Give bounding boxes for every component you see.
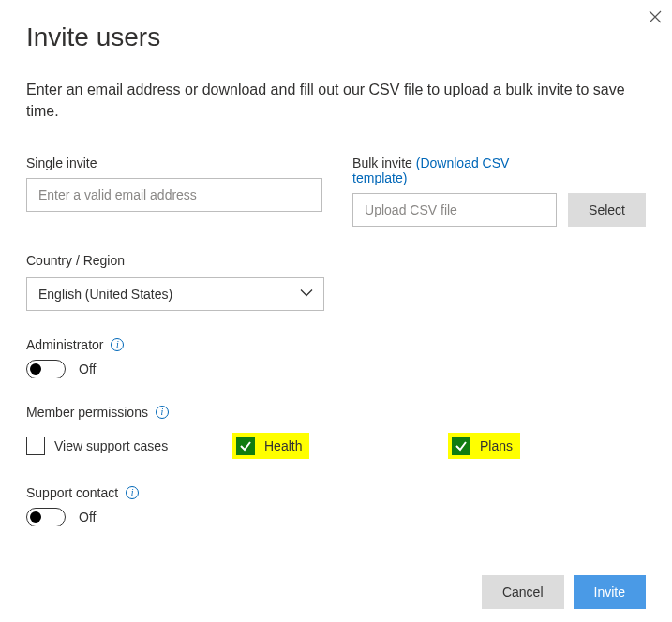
administrator-state: Off bbox=[79, 362, 96, 377]
support-contact-label: Support contact bbox=[26, 485, 118, 500]
bulk-invite-label-text: Bulk invite bbox=[352, 156, 416, 170]
administrator-toggle[interactable] bbox=[26, 360, 66, 378]
info-icon[interactable]: i bbox=[111, 338, 124, 351]
checkbox-unchecked-icon[interactable] bbox=[26, 437, 45, 455]
checkbox-checked-icon[interactable] bbox=[236, 437, 255, 455]
info-icon[interactable]: i bbox=[156, 406, 169, 419]
chevron-down-icon bbox=[299, 286, 314, 304]
checkbox-checked-icon[interactable] bbox=[452, 437, 470, 455]
close-button[interactable] bbox=[644, 6, 666, 28]
single-invite-input[interactable] bbox=[26, 178, 322, 212]
perm-label: View support cases bbox=[54, 438, 168, 453]
perm-plans[interactable]: Plans bbox=[448, 433, 520, 459]
support-contact-toggle[interactable] bbox=[26, 508, 66, 526]
perm-label: Plans bbox=[480, 438, 513, 453]
select-file-button[interactable]: Select bbox=[568, 193, 646, 227]
country-select[interactable]: English (United States) bbox=[26, 277, 324, 311]
close-icon bbox=[649, 10, 662, 23]
permissions-label: Member permissions bbox=[26, 405, 148, 420]
country-label: Country / Region bbox=[26, 253, 646, 268]
administrator-label: Administrator bbox=[26, 337, 103, 352]
country-value: English (United States) bbox=[38, 287, 172, 302]
perm-health[interactable]: Health bbox=[232, 433, 448, 459]
bulk-invite-input[interactable] bbox=[352, 193, 557, 227]
page-subtitle: Enter an email address or download and f… bbox=[26, 79, 646, 122]
perm-label: Health bbox=[264, 438, 302, 453]
support-contact-state: Off bbox=[79, 510, 96, 525]
bulk-invite-label: Bulk invite (Download CSV template) bbox=[352, 156, 557, 185]
info-icon[interactable]: i bbox=[126, 486, 139, 499]
cancel-button[interactable]: Cancel bbox=[482, 575, 564, 609]
invite-button[interactable]: Invite bbox=[574, 575, 646, 609]
perm-view-support-cases[interactable]: View support cases bbox=[26, 437, 232, 455]
page-title: Invite users bbox=[26, 22, 646, 52]
single-invite-label: Single invite bbox=[26, 156, 322, 170]
